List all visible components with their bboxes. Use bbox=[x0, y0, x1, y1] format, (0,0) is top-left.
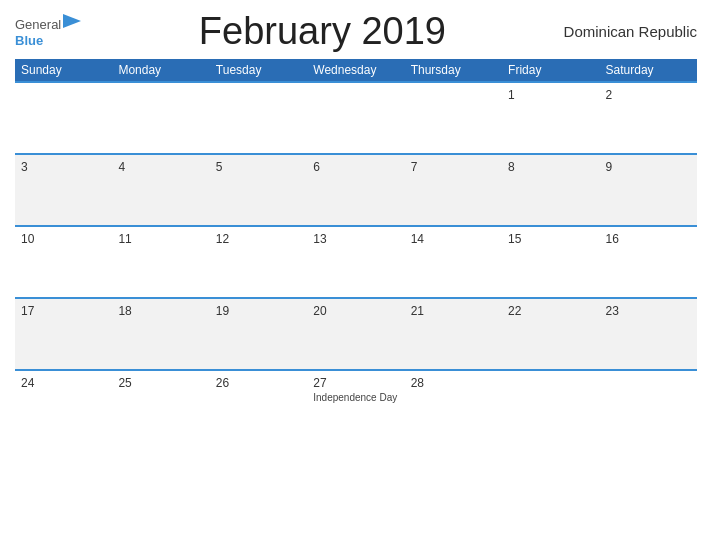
day-number: 18 bbox=[118, 304, 203, 318]
day-number: 11 bbox=[118, 232, 203, 246]
calendar-title: February 2019 bbox=[81, 10, 563, 53]
calendar-cell: 18 bbox=[112, 298, 209, 370]
day-number: 19 bbox=[216, 304, 301, 318]
day-number: 3 bbox=[21, 160, 106, 174]
table-row: 12 bbox=[15, 82, 697, 154]
col-thursday: Thursday bbox=[405, 59, 502, 82]
day-number: 28 bbox=[411, 376, 496, 390]
day-number: 7 bbox=[411, 160, 496, 174]
calendar-cell: 11 bbox=[112, 226, 209, 298]
day-number: 13 bbox=[313, 232, 398, 246]
table-row: 10111213141516 bbox=[15, 226, 697, 298]
day-number: 15 bbox=[508, 232, 593, 246]
calendar-cell: 3 bbox=[15, 154, 112, 226]
calendar-cell: 26 bbox=[210, 370, 307, 442]
calendar-cell: 25 bbox=[112, 370, 209, 442]
table-row: 3456789 bbox=[15, 154, 697, 226]
calendar-cell: 24 bbox=[15, 370, 112, 442]
calendar-cell: 28 bbox=[405, 370, 502, 442]
day-number: 8 bbox=[508, 160, 593, 174]
calendar-cell bbox=[600, 370, 697, 442]
calendar-cell: 22 bbox=[502, 298, 599, 370]
calendar-cell bbox=[210, 82, 307, 154]
calendar-cell: 27Independence Day bbox=[307, 370, 404, 442]
calendar-cell: 1 bbox=[502, 82, 599, 154]
svg-marker-0 bbox=[63, 14, 81, 28]
table-row: 24252627Independence Day28 bbox=[15, 370, 697, 442]
day-number: 16 bbox=[606, 232, 691, 246]
day-number: 10 bbox=[21, 232, 106, 246]
col-friday: Friday bbox=[502, 59, 599, 82]
day-number: 24 bbox=[21, 376, 106, 390]
day-number: 27 bbox=[313, 376, 398, 390]
calendar-page: General Blue February 2019 Dominican Rep… bbox=[0, 0, 712, 550]
calendar-cell: 17 bbox=[15, 298, 112, 370]
col-sunday: Sunday bbox=[15, 59, 112, 82]
calendar-cell bbox=[15, 82, 112, 154]
event-label: Independence Day bbox=[313, 392, 398, 403]
calendar-cell bbox=[405, 82, 502, 154]
day-number: 9 bbox=[606, 160, 691, 174]
day-number: 21 bbox=[411, 304, 496, 318]
calendar-cell: 20 bbox=[307, 298, 404, 370]
calendar-cell: 7 bbox=[405, 154, 502, 226]
calendar-cell: 2 bbox=[600, 82, 697, 154]
country-name: Dominican Republic bbox=[564, 23, 697, 40]
calendar-cell: 14 bbox=[405, 226, 502, 298]
calendar-cell: 23 bbox=[600, 298, 697, 370]
day-number: 17 bbox=[21, 304, 106, 318]
calendar-cell: 16 bbox=[600, 226, 697, 298]
calendar-cell: 12 bbox=[210, 226, 307, 298]
day-number: 5 bbox=[216, 160, 301, 174]
calendar-cell: 4 bbox=[112, 154, 209, 226]
day-number: 12 bbox=[216, 232, 301, 246]
calendar-cell: 6 bbox=[307, 154, 404, 226]
col-tuesday: Tuesday bbox=[210, 59, 307, 82]
calendar-cell: 13 bbox=[307, 226, 404, 298]
col-monday: Monday bbox=[112, 59, 209, 82]
col-saturday: Saturday bbox=[600, 59, 697, 82]
day-number: 23 bbox=[606, 304, 691, 318]
day-number: 1 bbox=[508, 88, 593, 102]
day-number: 25 bbox=[118, 376, 203, 390]
day-number: 6 bbox=[313, 160, 398, 174]
col-wednesday: Wednesday bbox=[307, 59, 404, 82]
calendar-header: General Blue February 2019 Dominican Rep… bbox=[15, 10, 697, 53]
table-row: 17181920212223 bbox=[15, 298, 697, 370]
calendar-table: Sunday Monday Tuesday Wednesday Thursday… bbox=[15, 59, 697, 442]
calendar-cell: 5 bbox=[210, 154, 307, 226]
day-number: 20 bbox=[313, 304, 398, 318]
logo-flag-icon bbox=[63, 14, 81, 28]
calendar-cell bbox=[112, 82, 209, 154]
calendar-cell bbox=[502, 370, 599, 442]
calendar-cell: 10 bbox=[15, 226, 112, 298]
day-number: 22 bbox=[508, 304, 593, 318]
logo-blue-text: Blue bbox=[15, 33, 43, 49]
calendar-cell: 9 bbox=[600, 154, 697, 226]
calendar-cell: 8 bbox=[502, 154, 599, 226]
weekday-header-row: Sunday Monday Tuesday Wednesday Thursday… bbox=[15, 59, 697, 82]
calendar-cell: 21 bbox=[405, 298, 502, 370]
calendar-cell: 15 bbox=[502, 226, 599, 298]
day-number: 26 bbox=[216, 376, 301, 390]
calendar-cell bbox=[307, 82, 404, 154]
day-number: 2 bbox=[606, 88, 691, 102]
day-number: 4 bbox=[118, 160, 203, 174]
calendar-cell: 19 bbox=[210, 298, 307, 370]
day-number: 14 bbox=[411, 232, 496, 246]
logo: General Blue bbox=[15, 15, 81, 48]
logo-general-text: General bbox=[15, 17, 61, 33]
